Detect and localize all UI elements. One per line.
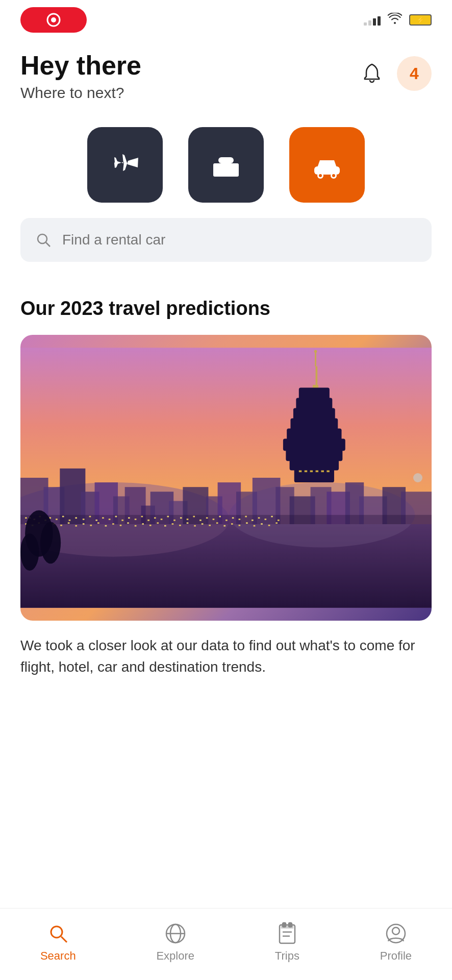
svg-rect-76	[115, 516, 117, 518]
svg-point-152	[392, 927, 399, 935]
svg-rect-11	[321, 163, 333, 167]
svg-rect-60	[20, 515, 432, 608]
svg-rect-6	[314, 166, 340, 175]
svg-rect-5	[227, 166, 231, 170]
svg-rect-123	[179, 525, 181, 526]
svg-rect-69	[69, 520, 71, 521]
svg-rect-133	[254, 525, 256, 527]
city-image-card	[20, 335, 432, 621]
search-input[interactable]	[62, 232, 417, 248]
svg-rect-96	[245, 516, 247, 518]
wifi-icon	[388, 13, 402, 27]
svg-rect-88	[193, 516, 195, 518]
svg-rect-55	[316, 471, 318, 473]
svg-rect-100	[271, 516, 273, 518]
svg-rect-117	[135, 525, 137, 527]
explore-nav-icon	[164, 922, 187, 945]
svg-rect-81	[147, 520, 149, 521]
svg-rect-56	[321, 471, 323, 473]
header: Hey there Where to next? 4	[0, 36, 452, 112]
svg-rect-68	[62, 516, 64, 518]
battery-icon: ⚡	[409, 14, 432, 26]
svg-rect-132	[246, 523, 248, 524]
svg-rect-119	[149, 525, 152, 526]
nav-profile-button[interactable]: Profile	[370, 917, 422, 968]
svg-rect-97	[252, 520, 254, 521]
notification-count-badge[interactable]: 4	[397, 56, 432, 91]
search-bar-container[interactable]	[20, 218, 432, 262]
svg-rect-67	[56, 519, 58, 520]
svg-rect-98	[258, 518, 260, 519]
svg-rect-74	[102, 518, 104, 519]
nav-explore-button[interactable]: Explore	[146, 917, 205, 968]
svg-rect-130	[231, 523, 233, 525]
signal-icon	[364, 14, 381, 26]
status-icons: ⚡	[364, 13, 432, 27]
svg-rect-82	[154, 518, 156, 519]
svg-rect-73	[95, 520, 97, 521]
svg-rect-52	[299, 471, 302, 473]
svg-rect-136	[275, 523, 278, 524]
svg-rect-87	[187, 519, 189, 520]
predictions-description: We took a closer look at our data to fin…	[20, 635, 432, 698]
svg-rect-115	[120, 525, 122, 526]
svg-rect-93	[225, 520, 228, 521]
svg-rect-126	[202, 523, 204, 525]
svg-rect-54	[310, 471, 313, 473]
svg-rect-111	[90, 525, 92, 526]
status-bar: ⚡	[0, 0, 452, 36]
svg-rect-129	[223, 525, 225, 527]
notification-bell-button[interactable]	[357, 58, 387, 89]
svg-point-10	[332, 174, 335, 177]
search-nav-label: Search	[40, 949, 76, 963]
svg-rect-89	[199, 520, 202, 521]
svg-rect-77	[121, 520, 123, 521]
nav-search-button[interactable]: Search	[30, 917, 86, 968]
svg-rect-3	[218, 157, 234, 163]
svg-rect-90	[206, 518, 208, 519]
svg-rect-4	[221, 166, 225, 170]
svg-rect-71	[83, 519, 85, 520]
svg-rect-2	[213, 163, 239, 177]
svg-rect-86	[180, 518, 182, 519]
trips-nav-label: Trips	[275, 949, 299, 963]
svg-rect-75	[109, 519, 111, 520]
svg-rect-110	[83, 523, 85, 525]
greeting-subtitle: Where to next?	[20, 84, 141, 102]
svg-rect-61	[25, 518, 27, 519]
greeting-title: Hey there	[20, 51, 141, 80]
svg-point-140	[51, 926, 62, 938]
app-logo	[20, 7, 87, 33]
svg-rect-114	[112, 523, 114, 525]
svg-rect-53	[305, 471, 307, 473]
svg-point-59	[314, 350, 317, 353]
svg-rect-83	[161, 519, 163, 520]
svg-rect-51	[299, 388, 330, 400]
svg-rect-121	[164, 525, 166, 527]
svg-rect-109	[75, 525, 77, 527]
svg-line-141	[61, 937, 67, 942]
svg-rect-113	[105, 525, 107, 527]
svg-rect-124	[187, 523, 189, 524]
predictions-title: Our 2023 travel predictions	[20, 298, 432, 320]
search-icon	[35, 231, 52, 249]
search-nav-icon	[46, 922, 70, 945]
flights-button[interactable]	[87, 127, 163, 203]
hotels-button[interactable]	[188, 127, 264, 203]
svg-rect-94	[232, 518, 234, 519]
svg-rect-78	[128, 518, 130, 519]
svg-rect-42	[316, 366, 318, 389]
svg-point-139	[40, 522, 61, 564]
predictions-section: Our 2023 travel predictions	[0, 272, 452, 708]
svg-rect-118	[142, 523, 144, 525]
svg-rect-134	[261, 523, 263, 525]
svg-rect-91	[213, 519, 215, 520]
svg-point-12	[38, 234, 47, 243]
bottom-nav: Search Explore Trips Profile	[0, 908, 452, 980]
svg-point-138	[20, 533, 39, 571]
nav-trips-button[interactable]: Trips	[265, 917, 310, 968]
svg-rect-84	[167, 516, 169, 518]
cars-button[interactable]	[289, 127, 365, 203]
explore-nav-label: Explore	[156, 949, 194, 963]
svg-rect-57	[327, 471, 329, 473]
